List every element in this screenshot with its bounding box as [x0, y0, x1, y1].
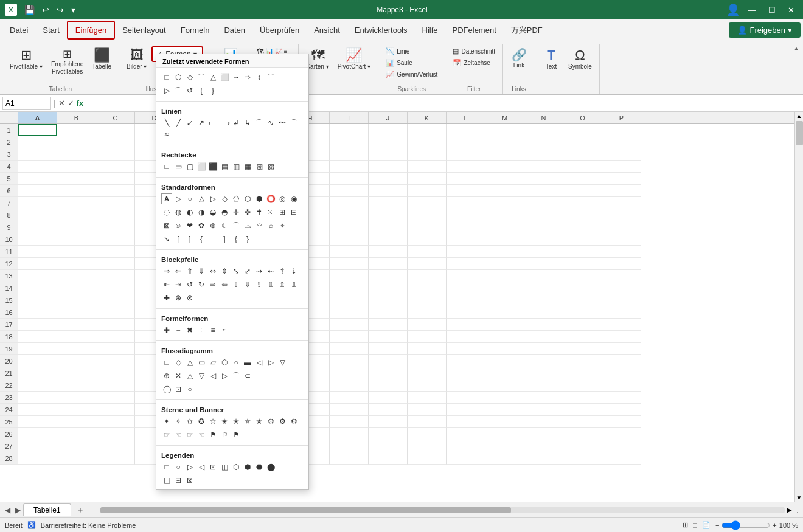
shape-std-21[interactable]: ✝: [254, 207, 265, 218]
scroll-sheets-left[interactable]: ◀: [2, 505, 13, 516]
cell-N14[interactable]: [524, 282, 563, 294]
maximize-button[interactable]: ☐: [765, 4, 779, 16]
cell-I10[interactable]: [330, 233, 369, 246]
cell-L28[interactable]: [447, 452, 485, 465]
cell-O2[interactable]: [563, 136, 602, 148]
bilder-button[interactable]: 🖼 Bilder ▾: [123, 46, 150, 72]
shape-fd-7[interactable]: ○: [231, 357, 242, 368]
cell-M10[interactable]: [485, 233, 524, 246]
cell-L19[interactable]: [447, 343, 485, 355]
shape-std-27[interactable]: ❤: [184, 220, 195, 231]
cell-K17[interactable]: [408, 319, 447, 331]
shape-ff-1[interactable]: ✚: [161, 325, 172, 336]
cell-C3[interactable]: [96, 148, 135, 161]
cell-M2[interactable]: [485, 136, 524, 148]
close-button[interactable]: ✕: [784, 4, 798, 16]
cell-P6[interactable]: [602, 185, 641, 197]
cell-J15[interactable]: [369, 294, 408, 306]
cell-O27[interactable]: [563, 440, 602, 452]
shape-recent-6[interactable]: ⬜: [219, 72, 230, 83]
shape-line-2[interactable]: ╱: [173, 117, 184, 128]
cell-I20[interactable]: [330, 355, 369, 367]
cell-L12[interactable]: [447, 258, 485, 270]
row-header-3[interactable]: 3: [0, 148, 18, 161]
shape-recent-4[interactable]: ⌒: [196, 72, 207, 83]
cell-L26[interactable]: [447, 428, 485, 440]
shape-rect-4[interactable]: ⬜: [196, 161, 207, 172]
minimize-button[interactable]: —: [745, 4, 760, 16]
shape-rect-5[interactable]: ⬛: [207, 161, 218, 172]
cell-I27[interactable]: [330, 440, 369, 452]
row-header-18[interactable]: 18: [0, 331, 18, 343]
shape-std-31[interactable]: ⌒: [231, 220, 242, 231]
cell-B10[interactable]: [57, 233, 96, 246]
shape-std-39[interactable]: {: [196, 233, 207, 244]
cell-A17[interactable]: [18, 319, 57, 331]
row-header-5[interactable]: 5: [0, 173, 18, 185]
cell-O24[interactable]: [563, 404, 602, 416]
shape-std-12[interactable]: ◉: [288, 193, 299, 204]
menu-entwicklertools[interactable]: Entwicklertools: [347, 22, 415, 38]
cell-P28[interactable]: [602, 452, 641, 465]
cell-M27[interactable]: [485, 440, 524, 452]
cell-P16[interactable]: [602, 306, 641, 319]
shape-st-11[interactable]: ⚙: [277, 416, 288, 427]
shape-line-1[interactable]: ╲: [161, 117, 172, 128]
cell-M20[interactable]: [485, 355, 524, 367]
cell-I5[interactable]: [330, 173, 369, 185]
cell-O9[interactable]: [563, 221, 602, 233]
col-header-M[interactable]: M: [485, 112, 524, 123]
cell-M4[interactable]: [485, 161, 524, 173]
cell-L11[interactable]: [447, 246, 485, 258]
cell-J11[interactable]: [369, 246, 408, 258]
redo-button[interactable]: ↪: [54, 4, 66, 16]
cell-I19[interactable]: [330, 343, 369, 355]
cell-B11[interactable]: [57, 246, 96, 258]
cell-I11[interactable]: [330, 246, 369, 258]
cell-A3[interactable]: [18, 148, 57, 161]
shape-st-19[interactable]: ⚑: [231, 429, 242, 440]
row-header-20[interactable]: 20: [0, 355, 18, 367]
cell-C27[interactable]: [96, 440, 135, 452]
shape-std-15[interactable]: ◐: [184, 207, 195, 218]
shape-ff-5[interactable]: ≡: [207, 325, 218, 336]
cell-A7[interactable]: [18, 197, 57, 209]
shape-leg-12[interactable]: ⊟: [173, 475, 184, 486]
shape-fd-18[interactable]: ⌒: [231, 370, 242, 381]
shape-bp-21[interactable]: ⇪: [254, 279, 265, 290]
cell-P18[interactable]: [602, 331, 641, 343]
shape-st-5[interactable]: ✫: [207, 416, 218, 427]
cell-J4[interactable]: [369, 161, 408, 173]
shape-std-16[interactable]: ◑: [196, 207, 207, 218]
cell-J27[interactable]: [369, 440, 408, 452]
zoom-slider-input[interactable]: [721, 520, 770, 530]
shape-line-4[interactable]: ↗: [196, 117, 207, 128]
cell-M13[interactable]: [485, 270, 524, 282]
linie-button[interactable]: 📉 Linie: [382, 46, 441, 57]
cell-C20[interactable]: [96, 355, 135, 367]
shape-bp-5[interactable]: ⇔: [207, 266, 218, 277]
cell-P7[interactable]: [602, 197, 641, 209]
cell-C1[interactable]: [96, 124, 135, 136]
cell-A19[interactable]: [18, 343, 57, 355]
horizontal-scrollbar[interactable]: [100, 507, 785, 513]
cell-M26[interactable]: [485, 428, 524, 440]
empfohlene-pivot-button[interactable]: ⊞ EmpfohlenePivotTables: [47, 46, 87, 78]
cell-O26[interactable]: [563, 428, 602, 440]
cell-N6[interactable]: [524, 185, 563, 197]
cell-K10[interactable]: [408, 233, 447, 246]
cell-N22[interactable]: [524, 379, 563, 392]
shape-fd-15[interactable]: ▽: [196, 370, 207, 381]
cell-K15[interactable]: [408, 294, 447, 306]
cell-C2[interactable]: [96, 136, 135, 148]
cell-C17[interactable]: [96, 319, 135, 331]
cell-L14[interactable]: [447, 282, 485, 294]
shape-fd-5[interactable]: ▱: [207, 357, 218, 368]
cell-B8[interactable]: [57, 209, 96, 221]
cell-P23[interactable]: [602, 392, 641, 404]
cell-I24[interactable]: [330, 404, 369, 416]
shape-fd-2[interactable]: ◇: [173, 357, 184, 368]
cell-C28[interactable]: [96, 452, 135, 465]
cell-A20[interactable]: [18, 355, 57, 367]
shape-bp-17[interactable]: ⇨: [207, 279, 218, 290]
